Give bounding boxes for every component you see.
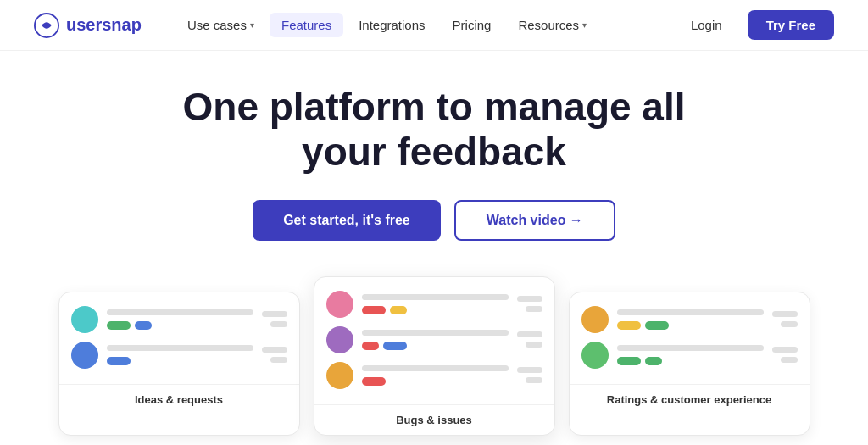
nav-right: Login Try Free xyxy=(676,10,834,40)
card-row xyxy=(581,306,798,333)
badge-green xyxy=(107,321,131,330)
line-decoration xyxy=(617,345,764,351)
card-row xyxy=(71,342,287,369)
avatar xyxy=(326,326,353,353)
badge-green xyxy=(617,357,641,365)
card-footer: Bugs & issues xyxy=(314,404,554,435)
badges xyxy=(362,342,509,350)
badge-yellow xyxy=(617,321,641,330)
watch-video-button[interactable]: Watch video → xyxy=(454,200,615,241)
card-ideas: Ideas & requests xyxy=(58,292,300,436)
line-decoration xyxy=(617,309,764,315)
try-free-button[interactable]: Try Free xyxy=(748,10,834,40)
card-ideas-content xyxy=(59,292,299,384)
card-ratings: Ratings & customer experience xyxy=(569,292,810,436)
badges xyxy=(617,321,764,330)
card-footer: Ideas & requests xyxy=(59,384,299,414)
line-decoration xyxy=(107,345,253,351)
logo-icon xyxy=(34,13,59,38)
nav-resources[interactable]: Resources ▾ xyxy=(506,13,598,37)
card-row xyxy=(326,291,542,318)
avatar xyxy=(581,342,609,369)
card-row xyxy=(581,342,798,369)
get-started-button[interactable]: Get started, it's free xyxy=(253,200,441,241)
badge-red xyxy=(362,306,386,314)
line-decoration xyxy=(362,365,509,371)
badges xyxy=(362,306,509,314)
logo-link[interactable]: usersnap xyxy=(34,13,142,38)
login-button[interactable]: Login xyxy=(676,11,737,39)
feature-cards: Ideas & requests xyxy=(0,292,868,436)
avatar xyxy=(71,306,98,333)
badges xyxy=(617,357,764,365)
card-ratings-content xyxy=(570,292,810,384)
line-decoration xyxy=(107,309,253,315)
badge-green-sm xyxy=(645,357,662,365)
nav-features[interactable]: Features xyxy=(270,13,343,37)
logo-text: usersnap xyxy=(66,15,142,35)
card-bugs: Bugs & issues xyxy=(314,276,555,436)
card-bugs-content xyxy=(314,277,554,404)
avatar xyxy=(71,342,98,369)
badges xyxy=(107,357,253,365)
avatar xyxy=(581,306,609,333)
avatar xyxy=(326,362,353,389)
line-decoration xyxy=(362,294,509,300)
badges xyxy=(362,377,509,386)
hero-section: One platform to manage all your feedback… xyxy=(0,51,868,292)
badge-green xyxy=(645,321,669,330)
nav-use-cases[interactable]: Use cases ▾ xyxy=(175,13,266,37)
nav-pricing[interactable]: Pricing xyxy=(441,13,504,37)
hero-title: One platform to manage all your feedback xyxy=(183,85,686,175)
card-row xyxy=(71,306,287,333)
chevron-down-icon: ▾ xyxy=(582,20,587,30)
nav-links: Use cases ▾ Features Integrations Pricin… xyxy=(175,13,676,37)
badge-blue xyxy=(135,321,152,330)
line-decoration xyxy=(362,330,509,336)
nav-integrations[interactable]: Integrations xyxy=(347,13,437,37)
card-footer: Ratings & customer experience xyxy=(570,384,810,414)
hero-buttons: Get started, it's free Watch video → xyxy=(253,200,615,241)
badge-blue xyxy=(383,342,407,350)
navbar: usersnap Use cases ▾ Features Integratio… xyxy=(0,0,868,51)
badge-yellow xyxy=(390,306,407,314)
badge-red xyxy=(362,342,379,350)
badge-blue xyxy=(107,357,131,365)
badges xyxy=(107,321,253,330)
avatar xyxy=(326,291,353,318)
badge-red xyxy=(362,377,386,386)
chevron-down-icon: ▾ xyxy=(250,20,254,30)
card-row xyxy=(326,362,542,389)
card-row xyxy=(326,326,542,353)
